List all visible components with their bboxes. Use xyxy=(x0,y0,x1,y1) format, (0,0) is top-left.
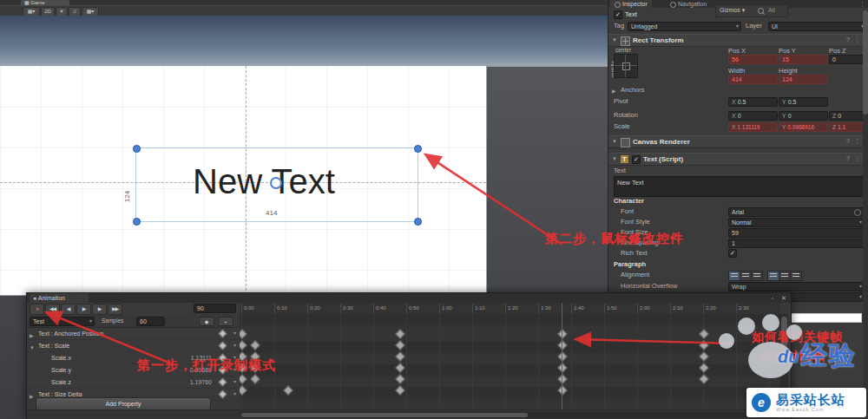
keyframe-icon[interactable] xyxy=(219,378,227,387)
anchor-preset-button[interactable] xyxy=(614,54,638,78)
keyframe-diamond[interactable] xyxy=(557,385,567,395)
horizontal-overflow-dropdown[interactable]: Wrap▾ xyxy=(728,282,865,291)
timeline-ruler[interactable]: 0:000:100:200:300:400:501:001:101:201:30… xyxy=(240,303,780,315)
keyframe-diamond[interactable] xyxy=(240,374,247,383)
align-middle-button[interactable] xyxy=(779,271,791,281)
panel-menu-icon[interactable]: ⋮ xyxy=(859,1,865,8)
gizmos-dropdown[interactable]: Gizmos ▾ xyxy=(720,5,745,16)
layer-dropdown[interactable]: UI▾ xyxy=(768,22,866,31)
maximize-icon[interactable]: ▫ xyxy=(768,294,777,302)
font-object-field[interactable]: Arial xyxy=(728,207,865,217)
next-key-button[interactable]: ▶ xyxy=(92,304,107,315)
keyframe-diamond[interactable] xyxy=(396,363,405,372)
keyframe-diamond[interactable] xyxy=(240,329,247,338)
pos-x-field[interactable]: 56 xyxy=(728,55,778,64)
scale-x-field[interactable]: X1.131119 xyxy=(728,122,778,132)
component-enabled-checkbox[interactable]: ✓ xyxy=(632,155,641,164)
scrollbar-thumb[interactable] xyxy=(863,10,868,115)
add-property-button[interactable]: Add Property xyxy=(36,397,211,410)
align-top-button[interactable] xyxy=(767,271,779,281)
playhead[interactable] xyxy=(562,303,562,409)
selection-handle-bottom-right[interactable] xyxy=(414,218,422,226)
first-frame-button[interactable]: ◀◀ xyxy=(45,304,60,315)
clip-dropdown[interactable]: Test▾ xyxy=(30,317,95,326)
keyframe-diamond[interactable] xyxy=(557,329,567,338)
help-icon[interactable]: ? xyxy=(846,36,850,43)
chevron-down-icon[interactable]: ▾ xyxy=(233,389,236,400)
anim-property-row[interactable]: Text : Anchored Position ▾ xyxy=(27,328,240,340)
font-style-dropdown[interactable]: Normal▾ xyxy=(728,218,865,227)
scrollbar-thumb[interactable] xyxy=(241,413,528,417)
scale-y-field[interactable]: Y0.9968916 xyxy=(779,122,828,132)
keyframe-diamond[interactable] xyxy=(557,351,567,361)
keyframe-diamond[interactable] xyxy=(396,340,405,350)
pivot-y-field[interactable]: Y0.5 xyxy=(779,97,828,107)
keyframe-diamond[interactable] xyxy=(240,385,247,395)
component-menu-icon[interactable]: ⋮ xyxy=(854,155,860,162)
tab-navigation[interactable]: Navigation xyxy=(666,0,711,8)
tag-dropdown[interactable]: Untagged▾ xyxy=(628,22,741,31)
canvas-renderer-header[interactable]: Canvas Renderer ? ⋮ xyxy=(608,135,868,148)
active-checkbox[interactable]: ✓ xyxy=(614,10,622,19)
font-size-field[interactable]: 59 xyxy=(728,228,865,238)
keyframe-diamond[interactable] xyxy=(699,363,708,372)
foldout-icon[interactable] xyxy=(612,156,617,161)
gameobject-name[interactable]: Text xyxy=(625,10,637,18)
keyframe-diamond[interactable] xyxy=(251,374,260,383)
anchors-label[interactable]: Anchors xyxy=(621,86,645,94)
keyframe-diamond[interactable] xyxy=(240,340,247,350)
keyframe-diamond[interactable] xyxy=(251,340,260,350)
keyframe-diamond[interactable] xyxy=(396,385,405,395)
keyframe-icon[interactable] xyxy=(219,330,227,338)
rect-transform-header[interactable]: Rect Transform ? ⋮ xyxy=(608,34,868,47)
align-right-button[interactable] xyxy=(751,271,763,281)
text-value-textarea[interactable]: New Text xyxy=(614,176,868,197)
keyframe-diamond[interactable] xyxy=(396,329,405,338)
keyframe-diamond[interactable] xyxy=(557,363,567,372)
record-button[interactable]: ● xyxy=(30,304,44,315)
component-menu-icon[interactable]: ⋮ xyxy=(854,138,860,145)
tab-inspector[interactable]: Inspector xyxy=(610,0,652,8)
scene-search-input[interactable]: All xyxy=(768,5,775,16)
help-icon[interactable]: ? xyxy=(846,155,850,161)
rotation-y-field[interactable]: Y0 xyxy=(779,111,828,121)
text-script-header[interactable]: T ✓ Text (Script) ? ⋮ xyxy=(608,153,868,166)
last-frame-button[interactable]: ▶▶ xyxy=(108,304,122,315)
align-bottom-button[interactable] xyxy=(790,271,802,281)
component-menu-icon[interactable]: ⋮ xyxy=(854,36,860,43)
object-picker-icon[interactable] xyxy=(854,209,861,216)
add-event-button[interactable]: + xyxy=(218,317,233,326)
animation-horizontal-scrollbar[interactable] xyxy=(240,412,780,418)
keyframe-diamond[interactable] xyxy=(699,340,708,350)
anim-property-row[interactable]: Text : Scale ▾ xyxy=(27,340,240,352)
align-center-button[interactable] xyxy=(740,271,752,281)
selection-handle-top-left[interactable] xyxy=(133,145,141,153)
selection-handle-bottom-left[interactable] xyxy=(133,218,141,226)
foldout-icon[interactable] xyxy=(612,37,617,43)
align-left-button[interactable] xyxy=(728,271,740,281)
width-field[interactable]: 414 xyxy=(728,75,778,84)
anchors-foldout-icon[interactable] xyxy=(612,88,616,94)
keyframe-diamond[interactable] xyxy=(557,340,567,350)
keyframe-icon[interactable] xyxy=(219,390,227,399)
keyframe-diamond[interactable] xyxy=(699,374,708,383)
foldout-icon[interactable] xyxy=(30,391,34,403)
pivot-x-field[interactable]: X0.5 xyxy=(728,97,778,107)
keyframe-diamond[interactable] xyxy=(396,374,405,383)
close-icon[interactable]: ✕ xyxy=(779,294,788,302)
keyframe-diamond[interactable] xyxy=(699,351,708,361)
selection-handle-top-right[interactable] xyxy=(414,145,422,153)
pos-y-field[interactable]: 15 xyxy=(779,55,828,64)
foldout-icon[interactable] xyxy=(612,139,617,144)
keyframe-diamond[interactable] xyxy=(284,385,293,395)
chevron-down-icon[interactable]: ▾ xyxy=(233,376,236,388)
dopesheet[interactable] xyxy=(240,314,780,409)
help-icon[interactable]: ? xyxy=(846,138,850,144)
keyframe-icon[interactable] xyxy=(219,342,227,350)
line-spacing-field[interactable]: 1 xyxy=(728,239,865,248)
keyframe-diamond[interactable] xyxy=(699,329,708,338)
height-field[interactable]: 124 xyxy=(779,75,828,84)
inspector-scrollbar[interactable] xyxy=(863,10,868,416)
current-frame-field[interactable]: 90 xyxy=(194,304,236,313)
keyframe-diamond[interactable] xyxy=(557,374,567,383)
